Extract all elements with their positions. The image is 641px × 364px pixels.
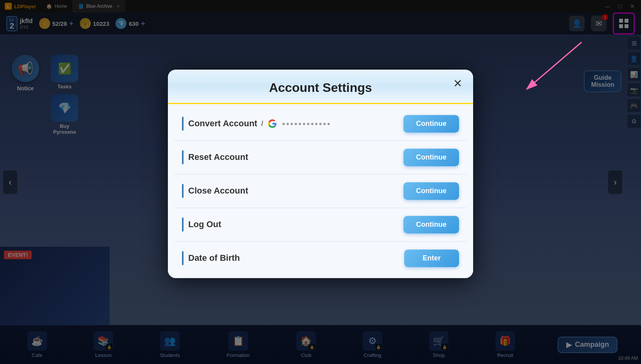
modal-header: Account Settings ✕ bbox=[168, 70, 473, 104]
row-indicator-3 bbox=[182, 184, 184, 198]
convert-account-text: Convert Account bbox=[188, 118, 257, 129]
date-of-birth-button[interactable]: Enter bbox=[404, 249, 459, 267]
close-account-label: Close Account bbox=[188, 186, 399, 196]
row-indicator-2 bbox=[182, 150, 184, 164]
date-of-birth-text: Date of Birth bbox=[188, 253, 240, 263]
account-settings-modal: Account Settings ✕ Convert Account / ●●●… bbox=[168, 70, 473, 278]
close-account-row: Close Account Continue bbox=[174, 174, 467, 208]
convert-account-label: Convert Account / ●●●●●●●●●●●● bbox=[188, 118, 399, 129]
reset-account-button[interactable]: Continue bbox=[403, 149, 459, 166]
google-account-masked: ●●●●●●●●●●●● bbox=[282, 120, 331, 127]
row-indicator-4 bbox=[182, 217, 184, 231]
close-account-button[interactable]: Continue bbox=[403, 182, 459, 200]
reset-account-row: Reset Account Continue bbox=[174, 141, 467, 174]
reset-account-text: Reset Account bbox=[188, 152, 248, 162]
google-icon bbox=[267, 118, 278, 129]
convert-account-row: Convert Account / ●●●●●●●●●●●● Continue bbox=[174, 107, 467, 141]
log-out-button[interactable]: Continue bbox=[403, 216, 459, 233]
row-indicator bbox=[182, 117, 184, 131]
modal-title: Account Settings bbox=[184, 81, 457, 95]
row-indicator-5 bbox=[182, 251, 184, 265]
close-account-text: Close Account bbox=[188, 186, 248, 196]
date-of-birth-row: Date of Birth Enter bbox=[174, 242, 467, 275]
convert-account-button[interactable]: Continue bbox=[403, 115, 459, 133]
modal-close-button[interactable]: ✕ bbox=[450, 76, 465, 91]
log-out-text: Log Out bbox=[188, 219, 221, 230]
date-of-birth-label: Date of Birth bbox=[188, 253, 400, 263]
reset-account-label: Reset Account bbox=[188, 152, 399, 162]
modal-body: Convert Account / ●●●●●●●●●●●● Continue … bbox=[168, 104, 473, 278]
log-out-row: Log Out Continue bbox=[174, 208, 467, 242]
log-out-label: Log Out bbox=[188, 219, 399, 230]
